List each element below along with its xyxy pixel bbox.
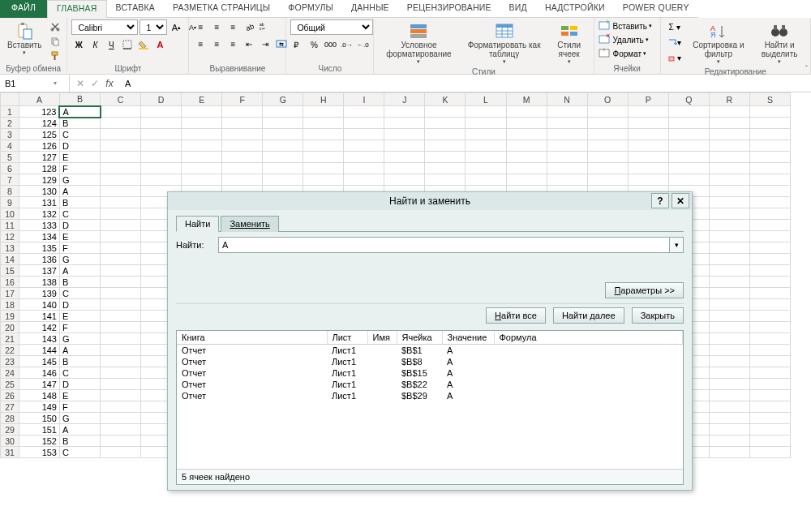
cell-C2[interactable] <box>101 118 141 129</box>
cell-L3[interactable] <box>466 129 506 140</box>
result-row[interactable]: ОтчетЛист1$B$22A <box>177 379 683 390</box>
row-header-4[interactable]: 4 <box>1 140 19 152</box>
tab-главная[interactable]: ГЛАВНАЯ <box>47 0 107 18</box>
cell-G2[interactable] <box>263 118 303 129</box>
cell-C13[interactable] <box>101 242 141 254</box>
grow-font-button[interactable]: A▴ <box>169 20 183 35</box>
row-header-27[interactable]: 27 <box>1 401 19 413</box>
cell-R17[interactable] <box>709 288 749 299</box>
cell-C4[interactable] <box>101 140 141 152</box>
col-sheet[interactable]: Лист <box>327 331 367 345</box>
percent-button[interactable]: % <box>307 37 321 52</box>
cell-M2[interactable] <box>506 118 547 129</box>
cell-R21[interactable] <box>709 333 749 345</box>
cell-S9[interactable] <box>749 197 790 208</box>
cell-S23[interactable] <box>749 356 790 367</box>
cell-B30[interactable]: B <box>59 435 100 447</box>
cell-B6[interactable]: F <box>59 163 100 174</box>
tab-надстройки[interactable]: НАДСТРОЙКИ <box>536 0 614 18</box>
cell-J3[interactable] <box>384 129 425 140</box>
cell-B20[interactable]: F <box>59 322 100 333</box>
cell-R26[interactable] <box>709 390 749 401</box>
cell-S6[interactable] <box>749 163 790 174</box>
cell-Q7[interactable] <box>668 174 709 186</box>
cell-R27[interactable] <box>709 401 749 413</box>
cell-A17[interactable]: 139 <box>19 288 59 299</box>
cell-S18[interactable] <box>749 299 790 311</box>
cancel-formula-button[interactable]: ✕ <box>73 78 88 89</box>
cell-S21[interactable] <box>749 333 790 345</box>
font-size[interactable]: 11 <box>139 19 167 35</box>
cell-O2[interactable] <box>587 118 628 129</box>
cell-C19[interactable] <box>101 311 141 322</box>
col-header-E[interactable]: E <box>182 93 222 106</box>
cell-D6[interactable] <box>141 163 182 174</box>
cell-A2[interactable]: 124 <box>19 118 59 129</box>
col-header-Q[interactable]: Q <box>668 93 709 106</box>
find-next-button[interactable]: Найти далее <box>553 307 624 324</box>
copy-button[interactable] <box>48 34 62 49</box>
cell-A21[interactable]: 143 <box>19 333 59 345</box>
cell-A19[interactable]: 141 <box>19 311 59 322</box>
cell-S3[interactable] <box>749 129 790 140</box>
cell-S30[interactable] <box>749 435 790 447</box>
cell-E4[interactable] <box>182 140 222 152</box>
result-row[interactable]: ОтчетЛист1$B$15A <box>177 367 683 379</box>
cell-D3[interactable] <box>141 129 182 140</box>
cell-C29[interactable] <box>101 424 141 435</box>
cell-B29[interactable]: A <box>59 424 100 435</box>
cell-H1[interactable] <box>303 106 344 118</box>
row-header-28[interactable]: 28 <box>1 413 19 424</box>
cell-B7[interactable]: G <box>59 174 100 186</box>
cell-F6[interactable] <box>222 163 263 174</box>
cell-F2[interactable] <box>222 118 263 129</box>
cell-C17[interactable] <box>101 288 141 299</box>
cell-O1[interactable] <box>587 106 628 118</box>
col-header-M[interactable]: M <box>506 93 547 106</box>
italic-button[interactable]: К <box>88 37 102 52</box>
insert-function-button[interactable]: fx <box>102 78 117 89</box>
cell-H5[interactable] <box>303 152 344 163</box>
cell-J7[interactable] <box>384 174 425 186</box>
row-header-5[interactable]: 5 <box>1 152 19 163</box>
cell-A30[interactable]: 152 <box>19 435 59 447</box>
wrap-text-button[interactable]: abc↵ <box>258 19 272 34</box>
col-name[interactable]: Имя <box>367 331 397 345</box>
decrease-indent-button[interactable]: ⇤ <box>242 36 256 51</box>
cell-H6[interactable] <box>303 163 344 174</box>
bold-button[interactable]: Ж <box>71 37 86 52</box>
cell-A28[interactable]: 150 <box>19 413 59 424</box>
cell-S1[interactable] <box>749 106 790 118</box>
cell-E2[interactable] <box>182 118 222 129</box>
cell-B27[interactable]: F <box>59 401 100 413</box>
find-input[interactable] <box>218 237 669 253</box>
cell-A5[interactable]: 127 <box>19 152 59 163</box>
cell-R12[interactable] <box>709 231 749 242</box>
result-row[interactable]: ОтчетЛист1$B$1A <box>177 345 683 357</box>
options-button[interactable]: Параметры >> <box>605 282 684 298</box>
cell-Q5[interactable] <box>668 152 709 163</box>
cell-M7[interactable] <box>506 174 547 186</box>
cell-B13[interactable]: F <box>59 242 100 254</box>
tab-вид[interactable]: ВИД <box>500 0 536 18</box>
cell-B18[interactable]: D <box>59 299 100 311</box>
cell-O3[interactable] <box>587 129 628 140</box>
result-row[interactable]: ОтчетЛист1$B$8A <box>177 356 683 367</box>
format-cells-button[interactable]: Формат ▾ <box>599 47 647 60</box>
cell-R11[interactable] <box>709 220 749 231</box>
align-center-button[interactable]: ≡ <box>209 36 224 51</box>
cell-B5[interactable]: E <box>59 152 100 163</box>
col-header-N[interactable]: N <box>547 93 587 106</box>
tab-file[interactable]: ФАЙЛ <box>0 0 47 18</box>
row-header-2[interactable]: 2 <box>1 118 19 129</box>
cell-R28[interactable] <box>709 413 749 424</box>
row-header-17[interactable]: 17 <box>1 288 19 299</box>
cell-C6[interactable] <box>101 163 141 174</box>
cell-S4[interactable] <box>749 140 790 152</box>
cell-P2[interactable] <box>628 118 668 129</box>
cell-C25[interactable] <box>101 379 141 390</box>
dialog-help-button[interactable]: ? <box>651 193 669 208</box>
cell-K5[interactable] <box>425 152 466 163</box>
cell-R30[interactable] <box>709 435 749 447</box>
cell-B16[interactable]: B <box>59 277 100 288</box>
